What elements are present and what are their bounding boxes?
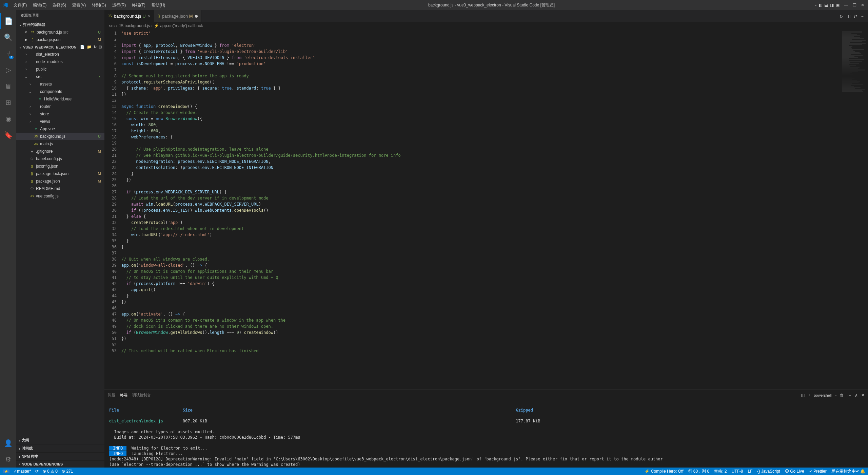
close-icon[interactable]: × xyxy=(23,30,28,35)
layout-panel-bottom-icon[interactable]: ⬓ xyxy=(824,3,828,7)
layout-panel-icon[interactable]: ▫ xyxy=(815,3,816,7)
layout-customize-icon[interactable]: ▣ xyxy=(836,3,840,7)
golive-status[interactable]: ⦿ Go Live xyxy=(785,469,804,474)
npm-section[interactable]: ›NPM 脚本 xyxy=(16,452,104,460)
layout-sidebar-left-icon[interactable]: ◧ xyxy=(818,3,822,7)
breadcrumb[interactable]: src›JS background.js›⚡ app.on('ready') c… xyxy=(104,22,868,30)
file-item[interactable]: {} package.json M xyxy=(16,177,104,185)
open-editor-item[interactable]: × JS background.js src U xyxy=(16,28,104,36)
file-item[interactable]: ◆ .gitignore M xyxy=(16,148,104,155)
scm-activity[interactable]: ⑂4 xyxy=(0,45,16,62)
menu-item[interactable]: 帮助(H) xyxy=(149,1,168,10)
compile-hero-status[interactable]: ⚡ Compile Hero: Off xyxy=(645,469,683,474)
menu-item[interactable]: 转到(G) xyxy=(89,1,108,10)
new-file-icon[interactable]: 📄 xyxy=(80,45,85,49)
file-item[interactable]: V App.vue xyxy=(16,125,104,133)
breadcrumb-item[interactable]: JS background.js xyxy=(119,23,150,28)
indentation-status[interactable]: 空格: 2 xyxy=(714,469,727,474)
bookmark-activity[interactable]: 🔖 xyxy=(0,127,16,143)
explorer-activity[interactable]: 📄 xyxy=(0,13,16,29)
new-folder-icon[interactable]: 📁 xyxy=(87,45,92,49)
prettier-status[interactable]: ✓ Prettier xyxy=(809,469,827,474)
git-branch[interactable]: ⑂ master* xyxy=(14,469,31,474)
diff-icon[interactable]: ⇄ xyxy=(854,14,857,19)
breadcrumb-item[interactable]: ⚡ app.on('ready') callback xyxy=(154,23,203,28)
panel-tab[interactable]: 问题 xyxy=(108,391,115,399)
minimap[interactable] xyxy=(841,30,868,390)
panel-kill-icon[interactable]: 🗑 xyxy=(840,393,844,398)
folder-item[interactable]: ⌄ src • xyxy=(16,73,104,80)
file-item[interactable]: JS vue.config.js xyxy=(16,192,104,200)
folder-item[interactable]: › store xyxy=(16,110,104,118)
outline-section[interactable]: ›大纲 xyxy=(16,436,104,444)
run-icon[interactable]: ▷ xyxy=(840,14,843,19)
panel-split-icon[interactable]: ◫ xyxy=(801,393,805,398)
maximize-button[interactable]: ❐ xyxy=(852,3,857,7)
file-item[interactable]: JS background.js U xyxy=(16,133,104,140)
panel-close-icon[interactable]: ✕ xyxy=(861,393,865,398)
panel-tab[interactable]: 终端 xyxy=(120,391,127,399)
extensions-activity[interactable]: ⊞ xyxy=(0,94,16,111)
close-button[interactable]: ✕ xyxy=(860,3,865,7)
port-status[interactable]: ⊘ 271 xyxy=(62,469,73,474)
close-tab-icon[interactable]: × xyxy=(148,14,151,19)
account-activity[interactable]: 👤 xyxy=(0,435,16,451)
menu-item[interactable]: 文件(F) xyxy=(11,1,29,10)
split-icon[interactable]: ◫ xyxy=(847,14,850,19)
sidebar-more-icon[interactable]: ⋯ xyxy=(97,13,100,18)
collapse-icon[interactable]: ⊟ xyxy=(99,45,102,49)
folder-item[interactable]: ⌄ components xyxy=(16,88,104,95)
project-header[interactable]: ⌄ VUE3_WEBPACK_ELECTRON 📄 📁 ↻ ⊟ xyxy=(16,43,104,51)
file-item[interactable]: {} jsconfig.json xyxy=(16,163,104,170)
layout-sidebar-right-icon[interactable]: ◨ xyxy=(830,3,834,7)
timeline-section[interactable]: ›时间线 xyxy=(16,444,104,452)
file-item[interactable]: {} package-lock.json M xyxy=(16,170,104,177)
panel-tab[interactable]: 调试控制台 xyxy=(132,391,151,399)
settings-activity[interactable]: ⚙ xyxy=(0,451,16,468)
file-item[interactable]: ⬡ babel.config.js xyxy=(16,155,104,163)
menu-item[interactable]: 选择(S) xyxy=(50,1,69,10)
file-item[interactable]: V HelloWorld.vue xyxy=(16,95,104,103)
folder-item[interactable]: › views xyxy=(16,118,104,125)
file-item[interactable]: JS main.js xyxy=(16,140,104,148)
code-editor[interactable]: 'use strict' import { app, protocol, Bro… xyxy=(121,30,841,390)
remote-activity[interactable]: 🖥 xyxy=(0,78,16,94)
panel-max-icon[interactable]: ∧ xyxy=(855,393,858,398)
language-status[interactable]: {} JavaScript xyxy=(757,469,780,474)
folder-item[interactable]: › public xyxy=(16,65,104,73)
encoding-status[interactable]: UTF-8 xyxy=(732,469,743,474)
terminal-shell-label[interactable]: powershell xyxy=(814,393,832,397)
folder-item[interactable]: › assets xyxy=(16,80,104,88)
close-icon[interactable]: ● xyxy=(23,37,28,42)
folder-item[interactable]: › node_modules xyxy=(16,58,104,65)
menu-item[interactable]: 编辑(E) xyxy=(30,1,49,10)
panel-add-icon[interactable]: + xyxy=(808,393,810,398)
menu-item[interactable]: 运行(R) xyxy=(110,1,129,10)
eol-status[interactable]: LF xyxy=(748,469,753,474)
more-icon[interactable]: ⋯ xyxy=(861,14,865,19)
debug-activity[interactable]: ▷ xyxy=(0,62,16,78)
folder-item[interactable]: › dist_electron xyxy=(16,51,104,58)
git-sync[interactable]: ⟳ xyxy=(35,469,39,474)
search-activity[interactable]: 🔍 xyxy=(0,29,16,45)
remote-indicator[interactable]: ⚡ xyxy=(3,470,9,473)
codegeex-activity[interactable]: ◉ xyxy=(0,111,16,127)
open-editors-header[interactable]: ⌄ 打开的编辑器 xyxy=(16,21,104,28)
cursor-position[interactable]: 行 60，列 8 xyxy=(688,469,710,474)
file-item[interactable]: ⓘ README.md xyxy=(16,185,104,192)
panel-more-icon[interactable]: ⋯ xyxy=(847,393,851,398)
notifications-status[interactable]: 尽在掌控之中✔ 🔔 xyxy=(831,469,865,474)
panel-plus-icon[interactable]: ▫ xyxy=(835,393,836,398)
refresh-icon[interactable]: ↻ xyxy=(94,45,97,49)
menu-item[interactable]: 查看(V) xyxy=(70,1,88,10)
terminal-output[interactable]: File Size Gzipped dist_electron\index.js xyxy=(104,399,868,468)
minimize-button[interactable]: — xyxy=(844,3,849,7)
editor-tab[interactable]: JS background.js U × xyxy=(104,10,154,22)
breadcrumb-item[interactable]: src xyxy=(109,23,115,28)
menu-item[interactable]: 终端(T) xyxy=(129,1,148,10)
open-editor-item[interactable]: ● {} package.json M xyxy=(16,36,104,43)
problems-status[interactable]: ⊗ 0 ⚠ 0 xyxy=(43,469,58,474)
nodedeps-section[interactable]: ›NODE DEPENDENCIES xyxy=(16,460,104,468)
folder-item[interactable]: › router xyxy=(16,103,104,110)
editor-tab[interactable]: {} package.json M xyxy=(154,10,201,22)
